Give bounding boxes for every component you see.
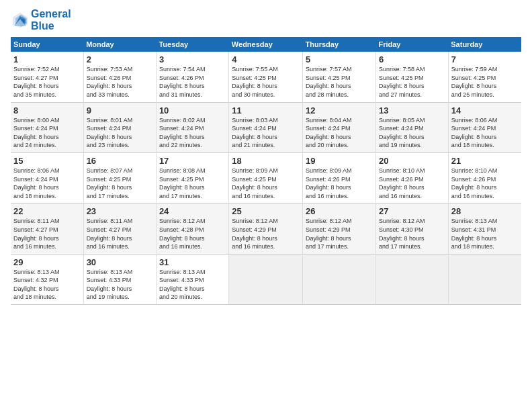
- day-cell: [375, 254, 448, 304]
- day-info: Sunrise: 8:13 AM Sunset: 4:33 PM Dayligh…: [87, 268, 153, 302]
- day-number: 24: [159, 206, 226, 216]
- day-number: 15: [13, 156, 81, 166]
- day-cell: 25 Sunrise: 8:12 AM Sunset: 4:29 PM Dayl…: [229, 203, 303, 254]
- day-info: Sunrise: 8:09 AM Sunset: 4:25 PM Dayligh…: [232, 167, 300, 200]
- day-cell: 31 Sunrise: 8:13 AM Sunset: 4:33 PM Dayl…: [156, 254, 228, 304]
- day-info: Sunrise: 7:52 AM Sunset: 4:27 PM Dayligh…: [13, 65, 81, 99]
- day-cell: 15 Sunrise: 8:06 AM Sunset: 4:24 PM Dayl…: [11, 152, 83, 203]
- day-cell: 8 Sunrise: 8:00 AM Sunset: 4:24 PM Dayli…: [11, 102, 83, 152]
- day-cell: 6 Sunrise: 7:58 AM Sunset: 4:25 PM Dayli…: [375, 52, 448, 102]
- day-info: Sunrise: 8:10 AM Sunset: 4:26 PM Dayligh…: [451, 167, 519, 200]
- day-cell: 13 Sunrise: 8:05 AM Sunset: 4:24 PM Dayl…: [375, 102, 448, 152]
- day-number: 5: [306, 54, 373, 64]
- day-info: Sunrise: 7:58 AM Sunset: 4:25 PM Dayligh…: [379, 65, 445, 99]
- day-info: Sunrise: 8:04 AM Sunset: 4:24 PM Dayligh…: [306, 116, 373, 150]
- header-sunday: Sunday: [11, 37, 83, 52]
- day-number: 16: [87, 156, 153, 166]
- day-info: Sunrise: 8:11 AM Sunset: 4:27 PM Dayligh…: [87, 217, 153, 250]
- day-number: 10: [159, 105, 226, 116]
- day-number: 6: [379, 54, 445, 64]
- day-cell: 14 Sunrise: 8:06 AM Sunset: 4:24 PM Dayl…: [448, 102, 521, 152]
- week-row-3: 15 Sunrise: 8:06 AM Sunset: 4:24 PM Dayl…: [11, 152, 521, 203]
- day-number: 21: [451, 156, 519, 166]
- day-number: 14: [451, 105, 519, 116]
- day-cell: 2 Sunrise: 7:53 AM Sunset: 4:26 PM Dayli…: [83, 52, 156, 102]
- day-number: 31: [159, 257, 226, 267]
- day-number: 3: [159, 54, 226, 64]
- day-cell: 26 Sunrise: 8:12 AM Sunset: 4:29 PM Dayl…: [303, 203, 376, 254]
- day-cell: 22 Sunrise: 8:11 AM Sunset: 4:27 PM Dayl…: [11, 203, 83, 254]
- week-row-5: 29 Sunrise: 8:13 AM Sunset: 4:32 PM Dayl…: [11, 254, 521, 304]
- day-info: Sunrise: 7:54 AM Sunset: 4:26 PM Dayligh…: [159, 65, 226, 99]
- day-cell: 4 Sunrise: 7:55 AM Sunset: 4:25 PM Dayli…: [229, 52, 303, 102]
- day-cell: 27 Sunrise: 8:12 AM Sunset: 4:30 PM Dayl…: [375, 203, 448, 254]
- day-info: Sunrise: 8:06 AM Sunset: 4:24 PM Dayligh…: [13, 167, 81, 200]
- day-number: 8: [13, 105, 81, 116]
- day-number: 28: [451, 206, 519, 216]
- day-number: 1: [13, 54, 81, 64]
- day-cell: 21 Sunrise: 8:10 AM Sunset: 4:26 PM Dayl…: [448, 152, 521, 203]
- day-info: Sunrise: 8:13 AM Sunset: 4:31 PM Dayligh…: [451, 217, 519, 250]
- day-number: 30: [87, 257, 153, 267]
- week-row-2: 8 Sunrise: 8:00 AM Sunset: 4:24 PM Dayli…: [11, 102, 521, 152]
- day-info: Sunrise: 8:05 AM Sunset: 4:24 PM Dayligh…: [379, 116, 445, 150]
- day-info: Sunrise: 8:13 AM Sunset: 4:33 PM Dayligh…: [159, 268, 226, 302]
- day-info: Sunrise: 8:00 AM Sunset: 4:24 PM Dayligh…: [13, 116, 81, 150]
- day-number: 2: [87, 54, 153, 64]
- week-row-4: 22 Sunrise: 8:11 AM Sunset: 4:27 PM Dayl…: [11, 203, 521, 254]
- day-info: Sunrise: 8:07 AM Sunset: 4:25 PM Dayligh…: [87, 167, 153, 200]
- logo-general: General: [31, 8, 71, 20]
- day-cell: 7 Sunrise: 7:59 AM Sunset: 4:25 PM Dayli…: [448, 52, 521, 102]
- day-info: Sunrise: 8:09 AM Sunset: 4:26 PM Dayligh…: [306, 167, 373, 200]
- day-cell: 9 Sunrise: 8:01 AM Sunset: 4:24 PM Dayli…: [83, 102, 156, 152]
- day-info: Sunrise: 8:10 AM Sunset: 4:26 PM Dayligh…: [379, 167, 445, 200]
- day-cell: 12 Sunrise: 8:04 AM Sunset: 4:24 PM Dayl…: [303, 102, 376, 152]
- day-number: 18: [232, 156, 300, 166]
- day-info: Sunrise: 8:12 AM Sunset: 4:30 PM Dayligh…: [379, 217, 445, 250]
- day-cell: 5 Sunrise: 7:57 AM Sunset: 4:25 PM Dayli…: [303, 52, 376, 102]
- header: General Blue: [11, 8, 521, 32]
- day-number: 11: [232, 105, 300, 116]
- logo-text-block: General Blue: [31, 8, 71, 32]
- header-friday: Friday: [375, 37, 448, 52]
- day-number: 26: [306, 206, 373, 216]
- logo-icon: [11, 11, 30, 30]
- day-number: 27: [379, 206, 445, 216]
- day-info: Sunrise: 8:06 AM Sunset: 4:24 PM Dayligh…: [451, 116, 519, 150]
- day-cell: [229, 254, 303, 304]
- day-cell: 24 Sunrise: 8:12 AM Sunset: 4:28 PM Dayl…: [156, 203, 228, 254]
- day-number: 20: [379, 156, 445, 166]
- day-number: 7: [451, 54, 519, 64]
- day-info: Sunrise: 8:12 AM Sunset: 4:29 PM Dayligh…: [232, 217, 300, 250]
- day-cell: 18 Sunrise: 8:09 AM Sunset: 4:25 PM Dayl…: [229, 152, 303, 203]
- day-number: 12: [306, 105, 373, 116]
- header-tuesday: Tuesday: [156, 37, 228, 52]
- day-number: 19: [306, 156, 373, 166]
- day-info: Sunrise: 8:01 AM Sunset: 4:24 PM Dayligh…: [87, 116, 153, 150]
- day-info: Sunrise: 8:12 AM Sunset: 4:29 PM Dayligh…: [306, 217, 373, 250]
- logo: General Blue: [11, 8, 71, 32]
- day-info: Sunrise: 8:02 AM Sunset: 4:24 PM Dayligh…: [159, 116, 226, 150]
- day-number: 17: [159, 156, 226, 166]
- calendar-table: SundayMondayTuesdayWednesdayThursdayFrid…: [11, 37, 521, 305]
- day-cell: 11 Sunrise: 8:03 AM Sunset: 4:24 PM Dayl…: [229, 102, 303, 152]
- page: General Blue SundayMondayTuesdayWednesda…: [0, 0, 532, 411]
- day-cell: 29 Sunrise: 8:13 AM Sunset: 4:32 PM Dayl…: [11, 254, 83, 304]
- day-cell: 1 Sunrise: 7:52 AM Sunset: 4:27 PM Dayli…: [11, 52, 83, 102]
- day-info: Sunrise: 8:08 AM Sunset: 4:25 PM Dayligh…: [159, 167, 226, 200]
- logo-blue: Blue: [31, 20, 71, 32]
- day-number: 9: [87, 105, 153, 116]
- day-number: 4: [232, 54, 300, 64]
- day-cell: 17 Sunrise: 8:08 AM Sunset: 4:25 PM Dayl…: [156, 152, 228, 203]
- day-cell: 16 Sunrise: 8:07 AM Sunset: 4:25 PM Dayl…: [83, 152, 156, 203]
- day-info: Sunrise: 8:11 AM Sunset: 4:27 PM Dayligh…: [13, 217, 81, 250]
- day-cell: 19 Sunrise: 8:09 AM Sunset: 4:26 PM Dayl…: [303, 152, 376, 203]
- header-wednesday: Wednesday: [229, 37, 303, 52]
- header-monday: Monday: [83, 37, 156, 52]
- day-cell: 3 Sunrise: 7:54 AM Sunset: 4:26 PM Dayli…: [156, 52, 228, 102]
- day-number: 25: [232, 206, 300, 216]
- day-cell: 10 Sunrise: 8:02 AM Sunset: 4:24 PM Dayl…: [156, 102, 228, 152]
- day-info: Sunrise: 7:57 AM Sunset: 4:25 PM Dayligh…: [306, 65, 373, 99]
- header-saturday: Saturday: [448, 37, 521, 52]
- day-number: 29: [13, 257, 81, 267]
